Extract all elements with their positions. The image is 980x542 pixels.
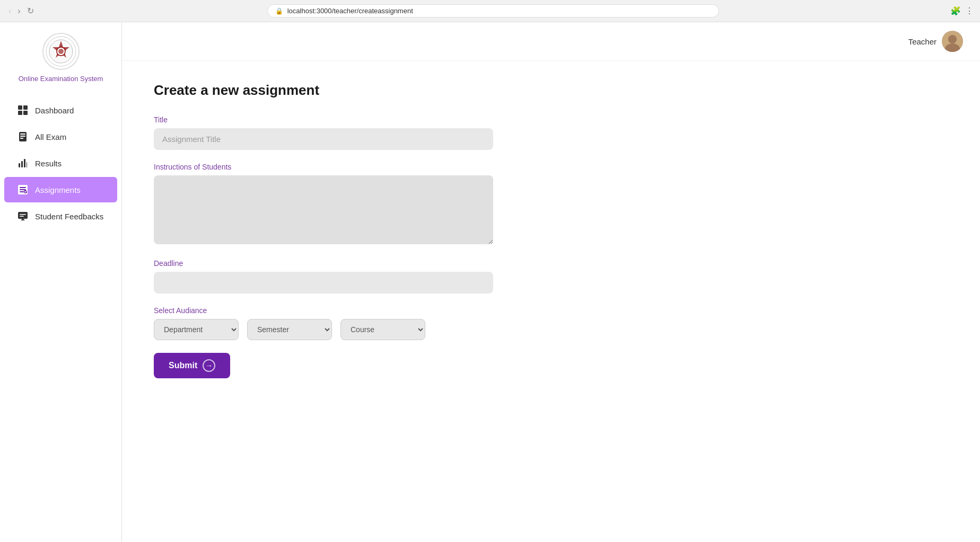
assignments-icon xyxy=(17,184,29,195)
semester-select[interactable]: Semester 1st 2nd 3rd 4th xyxy=(247,319,332,340)
svg-rect-10 xyxy=(20,134,25,135)
audience-group: Select Audiance Department CS IT EE Seme… xyxy=(154,306,599,340)
user-avatar[interactable] xyxy=(942,31,963,52)
svg-rect-7 xyxy=(18,111,22,115)
svg-rect-13 xyxy=(19,163,20,167)
browser-actions: 🧩 ⋮ xyxy=(950,6,974,16)
extensions-icon[interactable]: 🧩 xyxy=(950,6,961,16)
audience-row: Department CS IT EE Semester 1st 2nd 3rd… xyxy=(154,319,599,340)
svg-rect-14 xyxy=(21,161,23,167)
sidebar-item-dashboard[interactable]: Dashboard xyxy=(4,97,117,123)
svg-rect-12 xyxy=(20,138,23,139)
back-button[interactable]: ‹ xyxy=(6,5,13,17)
svg-rect-6 xyxy=(23,105,28,110)
all-exam-label: All Exam xyxy=(35,132,66,141)
svg-rect-19 xyxy=(18,212,28,219)
forward-button[interactable]: › xyxy=(15,5,22,17)
course-select[interactable]: Course Math Science English xyxy=(340,319,425,340)
feedbacks-icon xyxy=(17,211,29,221)
svg-rect-20 xyxy=(20,214,26,215)
deadline-group: Deadline 07/31/2021 11:13 PM xyxy=(154,259,599,294)
sidebar-logo xyxy=(42,33,80,70)
sidebar-nav: Dashboard All Exam xyxy=(0,96,121,230)
app-layout: Online Examination System Dashboard xyxy=(0,22,980,542)
instructions-textarea[interactable] xyxy=(154,175,493,244)
audience-label: Select Audiance xyxy=(154,306,599,315)
svg-point-23 xyxy=(948,35,957,43)
user-info: Teacher xyxy=(908,31,963,52)
main-content: Teacher Create a new assignment Title xyxy=(122,22,980,542)
lock-icon: 🔒 xyxy=(275,7,283,15)
student-feedbacks-label: Student Feedbacks xyxy=(35,212,103,221)
svg-rect-21 xyxy=(20,216,24,217)
form-title: Create a new assignment xyxy=(154,82,599,99)
department-select[interactable]: Department CS IT EE xyxy=(154,319,239,340)
browser-chrome: ‹ › ↻ 🔒 localhost:3000/teacher/createass… xyxy=(0,0,980,22)
instructions-label: Instructions of Students xyxy=(154,163,599,171)
title-group: Title xyxy=(154,115,599,150)
svg-rect-16 xyxy=(27,162,27,167)
sidebar-title: Online Examination System xyxy=(10,74,112,84)
user-name: Teacher xyxy=(908,37,937,46)
results-label: Results xyxy=(35,159,62,168)
reload-button[interactable]: ↻ xyxy=(25,5,36,17)
title-label: Title xyxy=(154,115,599,124)
svg-point-4 xyxy=(58,49,64,54)
sidebar-item-results[interactable]: Results xyxy=(4,150,117,176)
instructions-group: Instructions of Students xyxy=(154,163,599,246)
submit-arrow-icon: → xyxy=(203,359,215,372)
sidebar-item-assignments[interactable]: Assignments xyxy=(4,177,117,202)
form-container: Create a new assignment Title Instructio… xyxy=(122,61,631,399)
address-bar[interactable]: 🔒 localhost:3000/teacher/createassignmen… xyxy=(267,4,719,17)
assignments-label: Assignments xyxy=(35,185,81,194)
browser-nav-buttons: ‹ › ↻ xyxy=(6,5,36,17)
svg-rect-5 xyxy=(18,105,22,110)
menu-icon[interactable]: ⋮ xyxy=(965,6,974,16)
results-icon xyxy=(17,158,29,168)
top-bar: Teacher xyxy=(122,22,980,61)
svg-rect-11 xyxy=(20,136,25,137)
submit-button[interactable]: Submit → xyxy=(154,353,230,378)
sidebar-item-all-exam[interactable]: All Exam xyxy=(4,124,117,149)
sidebar: Online Examination System Dashboard xyxy=(0,22,122,542)
url-text: localhost:3000/teacher/createassignment xyxy=(287,7,413,15)
deadline-input[interactable]: 07/31/2021 11:13 PM xyxy=(154,272,493,294)
svg-rect-15 xyxy=(24,159,25,167)
sidebar-item-student-feedbacks[interactable]: Student Feedbacks xyxy=(4,203,117,229)
exam-icon xyxy=(17,131,29,142)
dashboard-label: Dashboard xyxy=(35,106,74,115)
submit-label: Submit xyxy=(169,361,197,370)
title-input[interactable] xyxy=(154,128,493,150)
deadline-label: Deadline xyxy=(154,259,599,268)
svg-rect-8 xyxy=(23,111,28,115)
address-bar-wrapper: 🔒 localhost:3000/teacher/createassignmen… xyxy=(41,4,945,17)
dashboard-icon xyxy=(17,105,29,115)
